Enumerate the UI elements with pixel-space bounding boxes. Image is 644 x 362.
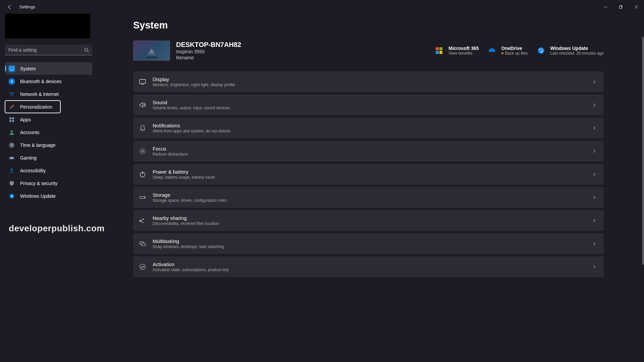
svg-point-18 xyxy=(9,194,14,198)
search-wrap xyxy=(5,45,92,55)
row-sub: Storage space, drives, configuration rul… xyxy=(153,198,227,203)
svg-point-23 xyxy=(538,47,544,54)
clock-icon xyxy=(8,142,15,148)
check-circle-icon xyxy=(139,263,147,271)
device-info: DESKTOP-BN7AH82 Inspiron 3593 Rename xyxy=(176,41,241,60)
row-sub: Alerts from apps and system, do not dist… xyxy=(153,129,230,133)
svg-point-3 xyxy=(85,48,88,51)
chevron-right-icon xyxy=(592,103,596,107)
chevron-right-icon xyxy=(592,80,596,84)
sidebar-item-windows-update[interactable]: Windows Update xyxy=(5,190,92,202)
sidebar-item-label: Windows Update xyxy=(20,193,56,199)
sidebar-item-network[interactable]: Network & internet xyxy=(5,88,92,100)
setting-row-multitasking[interactable]: MultitaskingSnap windows, desktops, task… xyxy=(133,233,604,254)
header-card-sub: Last checked: 28 minutes ago xyxy=(550,51,604,56)
microsoft365-icon xyxy=(434,46,444,55)
window-controls xyxy=(598,0,644,14)
setting-row-focus[interactable]: FocusReduce distractions xyxy=(133,141,604,162)
row-title: Focus xyxy=(153,146,188,152)
sidebar-item-label: Personalization xyxy=(20,104,52,110)
settings-list: DisplayMonitors, brightness, night light… xyxy=(133,71,604,277)
setting-row-nearby-sharing[interactable]: Nearby sharingDiscoverability, received … xyxy=(133,210,604,231)
watermark-text: developerpublish.com xyxy=(9,223,105,234)
chevron-right-icon xyxy=(592,242,596,246)
power-icon xyxy=(139,170,147,178)
page-title: System xyxy=(133,20,604,31)
bell-icon xyxy=(139,124,147,132)
sidebar-item-personalization[interactable]: Personalization xyxy=(5,101,60,113)
sidebar-item-accounts[interactable]: Accounts xyxy=(5,126,92,138)
scrollbar[interactable] xyxy=(642,34,644,362)
svg-rect-21 xyxy=(436,51,439,54)
row-title: Power & battery xyxy=(153,169,215,175)
back-icon[interactable] xyxy=(6,3,13,11)
row-title: Activation xyxy=(153,261,229,267)
svg-point-12 xyxy=(11,130,13,132)
svg-rect-24 xyxy=(140,79,146,83)
shield-icon xyxy=(8,180,15,187)
header-card-windows-update[interactable]: Windows Update Last checked: 28 minutes … xyxy=(536,46,604,56)
sidebar-item-label: Bluetooth & devices xyxy=(20,79,62,84)
chevron-right-icon xyxy=(592,172,596,176)
row-title: Multitasking xyxy=(153,238,224,244)
maximize-button[interactable] xyxy=(613,0,629,14)
svg-point-31 xyxy=(144,197,145,198)
chevron-right-icon xyxy=(592,149,596,153)
svg-rect-14 xyxy=(9,157,14,159)
row-sub: Monitors, brightness, night light, displ… xyxy=(153,82,235,87)
sidebar-item-gaming[interactable]: Gaming xyxy=(5,152,92,164)
sidebar-item-bluetooth[interactable]: Bluetooth & devices xyxy=(5,75,92,87)
setting-row-display[interactable]: DisplayMonitors, brightness, night light… xyxy=(133,71,604,92)
onedrive-icon xyxy=(487,46,497,55)
svg-point-27 xyxy=(142,150,144,152)
setting-row-activation[interactable]: ActivationActivation state, subscription… xyxy=(133,256,604,277)
sidebar-item-label: System xyxy=(20,66,36,71)
setting-row-sound[interactable]: SoundVolume levels, output, input, sound… xyxy=(133,95,604,115)
sidebar-item-label: Apps xyxy=(20,117,31,122)
sidebar-item-label: Accounts xyxy=(20,130,40,135)
svg-point-15 xyxy=(10,158,11,158)
svg-point-16 xyxy=(12,158,13,158)
row-sub: Reduce distractions xyxy=(153,152,188,157)
svg-line-4 xyxy=(88,51,89,52)
user-account-block[interactable] xyxy=(5,14,90,39)
content-area: System DESKTOP-BN7AH82 Inspiron 3593 Ren… xyxy=(97,14,644,362)
svg-point-35 xyxy=(140,264,145,269)
row-sub: Discoverability, received files location xyxy=(153,221,219,226)
row-title: Notifications xyxy=(153,123,230,128)
device-name: DESKTOP-BN7AH82 xyxy=(176,41,241,49)
svg-rect-10 xyxy=(9,120,11,122)
sidebar-item-accessibility[interactable]: Accessibility xyxy=(5,164,92,177)
device-model: Inspiron 3593 xyxy=(176,49,241,54)
sidebar-item-label: Gaming xyxy=(20,155,37,161)
sidebar-item-label: Time & language xyxy=(20,142,55,148)
sidebar-item-time-language[interactable]: Time & language xyxy=(5,139,92,151)
row-sub: Activation state, subscriptions, product… xyxy=(153,267,229,272)
header-card-microsoft365[interactable]: Microsoft 365 View benefits xyxy=(434,46,479,56)
update-icon xyxy=(8,193,15,199)
scrollbar-thumb[interactable] xyxy=(642,37,644,265)
sidebar-item-apps[interactable]: Apps xyxy=(5,113,92,126)
focus-icon xyxy=(139,147,147,155)
sound-icon xyxy=(139,101,147,109)
windows-update-icon xyxy=(536,46,546,55)
svg-point-26 xyxy=(140,148,145,154)
minimize-button[interactable] xyxy=(598,0,613,14)
svg-point-17 xyxy=(11,168,12,170)
header-card-title: OneDrive xyxy=(501,46,528,51)
rename-link[interactable]: Rename xyxy=(176,55,241,60)
setting-row-storage[interactable]: StorageStorage space, drives, configurat… xyxy=(133,187,604,208)
svg-point-7 xyxy=(11,96,12,97)
close-button[interactable] xyxy=(629,0,644,14)
storage-icon xyxy=(139,193,147,201)
svg-rect-9 xyxy=(12,117,14,119)
sidebar-item-privacy[interactable]: Privacy & security xyxy=(5,177,92,189)
display-icon xyxy=(139,78,147,86)
setting-row-notifications[interactable]: NotificationsAlerts from apps and system… xyxy=(133,118,604,138)
search-input[interactable] xyxy=(5,45,92,55)
device-wallpaper-thumb[interactable] xyxy=(133,41,170,61)
header-card-onedrive[interactable]: OneDrive Back up files xyxy=(487,46,528,56)
setting-row-power[interactable]: Power & batterySleep, battery usage, bat… xyxy=(133,164,604,185)
sidebar-item-system[interactable]: System xyxy=(5,62,92,75)
status-dot-icon xyxy=(501,52,503,54)
